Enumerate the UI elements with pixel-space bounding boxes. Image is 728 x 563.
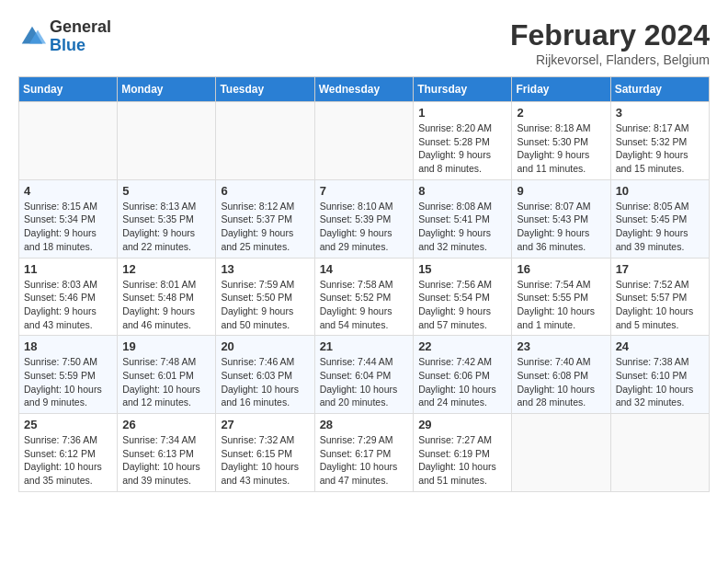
day-info: Sunrise: 7:50 AM Sunset: 5:59 PM Dayligh… xyxy=(24,355,112,409)
day-info: Sunrise: 8:01 AM Sunset: 5:48 PM Dayligh… xyxy=(122,278,210,332)
calendar-day-cell: 10Sunrise: 8:05 AM Sunset: 5:45 PM Dayli… xyxy=(610,179,709,258)
calendar-day-cell xyxy=(19,102,118,180)
day-info: Sunrise: 7:52 AM Sunset: 5:57 PM Dayligh… xyxy=(616,278,704,332)
day-number: 1 xyxy=(418,106,506,120)
calendar-day-cell: 9Sunrise: 8:07 AM Sunset: 5:43 PM Daylig… xyxy=(512,179,610,258)
day-info: Sunrise: 7:58 AM Sunset: 5:52 PM Dayligh… xyxy=(320,278,409,332)
logo-icon xyxy=(18,23,46,51)
weekday-header: Sunday xyxy=(19,77,118,102)
calendar-day-cell: 12Sunrise: 8:01 AM Sunset: 5:48 PM Dayli… xyxy=(118,258,216,336)
day-number: 18 xyxy=(24,339,112,353)
weekday-header: Thursday xyxy=(414,77,512,102)
day-number: 24 xyxy=(616,339,704,353)
day-info: Sunrise: 8:08 AM Sunset: 5:41 PM Dayligh… xyxy=(418,200,506,254)
day-info: Sunrise: 8:18 AM Sunset: 5:30 PM Dayligh… xyxy=(517,121,605,176)
calendar-week-row: 4Sunrise: 8:15 AM Sunset: 5:34 PM Daylig… xyxy=(19,179,710,258)
calendar-day-cell: 16Sunrise: 7:54 AM Sunset: 5:55 PM Dayli… xyxy=(512,258,610,336)
day-info: Sunrise: 7:44 AM Sunset: 6:04 PM Dayligh… xyxy=(320,355,409,409)
calendar-day-cell: 2Sunrise: 8:18 AM Sunset: 5:30 PM Daylig… xyxy=(512,102,610,180)
calendar-day-cell: 25Sunrise: 7:36 AM Sunset: 6:12 PM Dayli… xyxy=(19,414,118,492)
weekday-header-row: SundayMondayTuesdayWednesdayThursdayFrid… xyxy=(19,77,710,102)
calendar-day-cell: 17Sunrise: 7:52 AM Sunset: 5:57 PM Dayli… xyxy=(610,258,709,336)
calendar-day-cell xyxy=(512,414,610,492)
day-number: 14 xyxy=(320,262,409,276)
title-block: February 2024 Rijkevorsel, Flanders, Bel… xyxy=(510,18,710,67)
day-number: 6 xyxy=(221,184,309,198)
day-info: Sunrise: 7:29 AM Sunset: 6:17 PM Dayligh… xyxy=(320,433,409,488)
day-info: Sunrise: 7:40 AM Sunset: 6:08 PM Dayligh… xyxy=(517,355,605,409)
page-header: General Blue February 2024 Rijkevorsel, … xyxy=(18,18,710,67)
calendar-day-cell: 24Sunrise: 7:38 AM Sunset: 6:10 PM Dayli… xyxy=(610,336,709,414)
day-number: 3 xyxy=(616,106,704,120)
day-number: 26 xyxy=(122,418,210,431)
calendar-day-cell: 27Sunrise: 7:32 AM Sunset: 6:15 PM Dayli… xyxy=(216,414,314,492)
calendar-day-cell: 13Sunrise: 7:59 AM Sunset: 5:50 PM Dayli… xyxy=(216,258,314,336)
day-info: Sunrise: 7:46 AM Sunset: 6:03 PM Dayligh… xyxy=(221,355,309,409)
day-info: Sunrise: 8:03 AM Sunset: 5:46 PM Dayligh… xyxy=(24,278,112,332)
day-number: 13 xyxy=(221,262,309,276)
day-number: 23 xyxy=(517,339,605,353)
day-info: Sunrise: 8:15 AM Sunset: 5:34 PM Dayligh… xyxy=(24,200,112,254)
day-info: Sunrise: 7:48 AM Sunset: 6:01 PM Dayligh… xyxy=(122,355,210,409)
day-info: Sunrise: 7:59 AM Sunset: 5:50 PM Dayligh… xyxy=(221,278,309,332)
location: Rijkevorsel, Flanders, Belgium xyxy=(510,52,710,67)
calendar-day-cell: 14Sunrise: 7:58 AM Sunset: 5:52 PM Dayli… xyxy=(314,258,414,336)
calendar-day-cell: 7Sunrise: 8:10 AM Sunset: 5:39 PM Daylig… xyxy=(314,179,414,258)
day-number: 2 xyxy=(517,106,605,120)
calendar-day-cell: 4Sunrise: 8:15 AM Sunset: 5:34 PM Daylig… xyxy=(19,179,118,258)
logo: General Blue xyxy=(18,18,111,55)
day-info: Sunrise: 8:10 AM Sunset: 5:39 PM Dayligh… xyxy=(320,200,409,254)
weekday-header: Wednesday xyxy=(314,77,414,102)
day-info: Sunrise: 7:34 AM Sunset: 6:13 PM Dayligh… xyxy=(122,433,210,488)
day-number: 19 xyxy=(122,339,210,353)
day-number: 11 xyxy=(24,262,112,276)
weekday-header: Friday xyxy=(512,77,610,102)
day-number: 20 xyxy=(221,339,309,353)
calendar-day-cell: 29Sunrise: 7:27 AM Sunset: 6:19 PM Dayli… xyxy=(414,414,512,492)
day-info: Sunrise: 7:56 AM Sunset: 5:54 PM Dayligh… xyxy=(418,278,506,332)
calendar-week-row: 18Sunrise: 7:50 AM Sunset: 5:59 PM Dayli… xyxy=(19,336,710,414)
calendar-day-cell: 21Sunrise: 7:44 AM Sunset: 6:04 PM Dayli… xyxy=(314,336,414,414)
day-number: 29 xyxy=(418,418,506,431)
calendar-table: SundayMondayTuesdayWednesdayThursdayFrid… xyxy=(18,76,710,492)
calendar-day-cell: 26Sunrise: 7:34 AM Sunset: 6:13 PM Dayli… xyxy=(118,414,216,492)
weekday-header: Tuesday xyxy=(216,77,314,102)
month-title: February 2024 xyxy=(510,18,710,52)
day-info: Sunrise: 8:13 AM Sunset: 5:35 PM Dayligh… xyxy=(122,200,210,254)
day-info: Sunrise: 8:07 AM Sunset: 5:43 PM Dayligh… xyxy=(517,200,605,254)
calendar-day-cell xyxy=(216,102,314,180)
weekday-header: Monday xyxy=(118,77,216,102)
day-number: 22 xyxy=(418,339,506,353)
day-number: 15 xyxy=(418,262,506,276)
day-number: 16 xyxy=(517,262,605,276)
calendar-day-cell: 28Sunrise: 7:29 AM Sunset: 6:17 PM Dayli… xyxy=(314,414,414,492)
day-info: Sunrise: 8:20 AM Sunset: 5:28 PM Dayligh… xyxy=(418,121,506,176)
calendar-week-row: 25Sunrise: 7:36 AM Sunset: 6:12 PM Dayli… xyxy=(19,414,710,492)
day-number: 25 xyxy=(24,418,112,431)
day-number: 7 xyxy=(320,184,409,198)
calendar-day-cell: 18Sunrise: 7:50 AM Sunset: 5:59 PM Dayli… xyxy=(19,336,118,414)
day-number: 5 xyxy=(122,184,210,198)
day-info: Sunrise: 7:54 AM Sunset: 5:55 PM Dayligh… xyxy=(517,278,605,332)
weekday-header: Saturday xyxy=(610,77,709,102)
day-info: Sunrise: 7:32 AM Sunset: 6:15 PM Dayligh… xyxy=(221,433,309,488)
day-info: Sunrise: 7:42 AM Sunset: 6:06 PM Dayligh… xyxy=(418,355,506,409)
calendar-day-cell: 6Sunrise: 8:12 AM Sunset: 5:37 PM Daylig… xyxy=(216,179,314,258)
day-number: 28 xyxy=(320,418,409,431)
day-number: 21 xyxy=(320,339,409,353)
day-number: 9 xyxy=(517,184,605,198)
logo-text: General Blue xyxy=(50,18,111,55)
day-number: 8 xyxy=(418,184,506,198)
calendar-day-cell: 22Sunrise: 7:42 AM Sunset: 6:06 PM Dayli… xyxy=(414,336,512,414)
day-number: 12 xyxy=(122,262,210,276)
day-number: 17 xyxy=(616,262,704,276)
logo-blue-text: Blue xyxy=(50,37,111,55)
logo-general-text: General xyxy=(50,18,111,37)
day-info: Sunrise: 7:36 AM Sunset: 6:12 PM Dayligh… xyxy=(24,433,112,488)
calendar-week-row: 1Sunrise: 8:20 AM Sunset: 5:28 PM Daylig… xyxy=(19,102,710,180)
calendar-day-cell: 1Sunrise: 8:20 AM Sunset: 5:28 PM Daylig… xyxy=(414,102,512,180)
calendar-day-cell: 11Sunrise: 8:03 AM Sunset: 5:46 PM Dayli… xyxy=(19,258,118,336)
calendar-day-cell: 19Sunrise: 7:48 AM Sunset: 6:01 PM Dayli… xyxy=(118,336,216,414)
calendar-week-row: 11Sunrise: 8:03 AM Sunset: 5:46 PM Dayli… xyxy=(19,258,710,336)
day-info: Sunrise: 8:17 AM Sunset: 5:32 PM Dayligh… xyxy=(616,121,704,176)
